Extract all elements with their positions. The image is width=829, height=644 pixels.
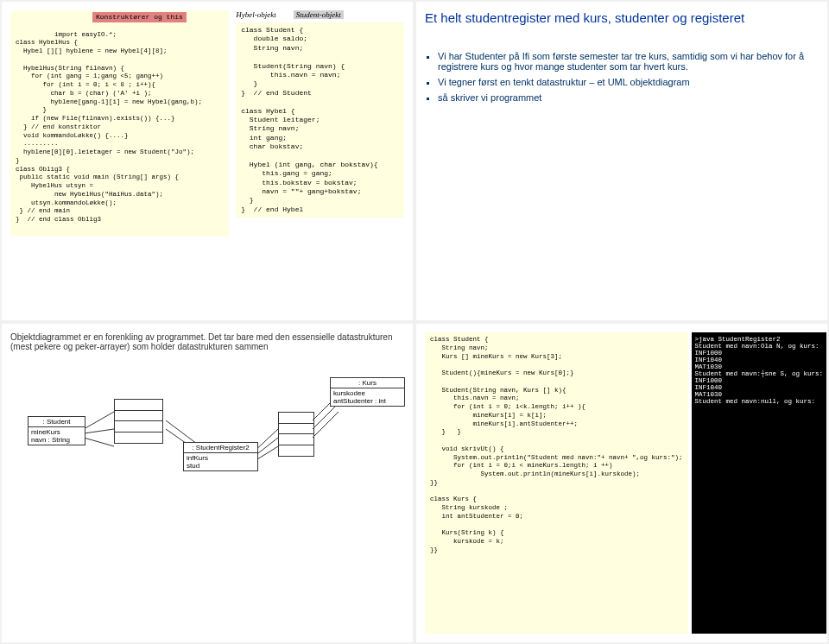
slide-3: Objektdiagrammet er en forenkling av pro… [2, 324, 413, 642]
svg-line-1 [84, 429, 114, 433]
top-row: Konstruktører og this import easyIO.*; c… [0, 0, 829, 322]
code-right: class Student { double saldo; String nav… [236, 22, 404, 218]
bottom-row: Objektdiagrammet er en forenkling av pro… [0, 322, 829, 644]
bullet-3: så skriver vi programmet [438, 92, 819, 103]
array-stack-1 [114, 399, 163, 444]
svg-line-9 [313, 403, 339, 429]
svg-line-0 [84, 412, 114, 429]
bullet-2: Vi tegner først en tenkt datastruktur – … [438, 77, 819, 87]
code-left: Konstruktører og this import easyIO.*; c… [10, 10, 229, 237]
svg-line-2 [84, 438, 114, 446]
student-label: Student-objekt [294, 10, 344, 19]
svg-line-10 [313, 412, 339, 438]
uml-register: : StudentRegister2 infKurs stud [183, 442, 258, 471]
slide2-title: Et helt studentregister med kurs, studen… [425, 10, 819, 25]
uml-reg-title: : StudentRegister2 [184, 443, 257, 453]
diagram-area: : Student mineKurs navn : String : Stude… [10, 360, 404, 481]
bullet-2-text: Vi tegner først en tenkt datastruktur – … [438, 77, 690, 87]
uml-reg-body: infKurs stud [184, 453, 257, 470]
slide-2: Et helt studentregister med kurs, studen… [416, 2, 827, 320]
uml-kurs: : Kurs kurskodee antStudenter : int [330, 377, 405, 407]
slide-1: Konstruktører og this import easyIO.*; c… [2, 2, 413, 320]
uml-student-title: : Student [28, 417, 85, 427]
header-tag: Konstruktører og this [92, 12, 187, 22]
code-left-text: import easyIO.*; class HybelHus { Hybel … [16, 31, 202, 224]
array-stack-2 [278, 412, 314, 457]
uml-kurs-title: : Kurs [331, 378, 404, 388]
uml-kurs-body: kurskodee antStudenter : int [331, 388, 404, 406]
uml-student-body: mineKurs navn : String [28, 427, 85, 445]
console-output: >java StudentRegister2 Student med navn:… [692, 332, 827, 634]
uml-student: : Student mineKurs navn : String [28, 416, 85, 445]
slide4-code: class Student { String navn; Kurs [] min… [425, 332, 688, 634]
slide3-text: Objektdiagrammet er en forenkling av pro… [10, 332, 404, 351]
slide-4: class Student { String navn; Kurs [] min… [416, 324, 827, 642]
hybel-label: Hybel-objekt [236, 10, 275, 19]
bullet-1: Vi har Studenter på Ifi som første semes… [438, 51, 819, 72]
bullet-list: Vi har Studenter på Ifi som første semes… [425, 51, 819, 103]
